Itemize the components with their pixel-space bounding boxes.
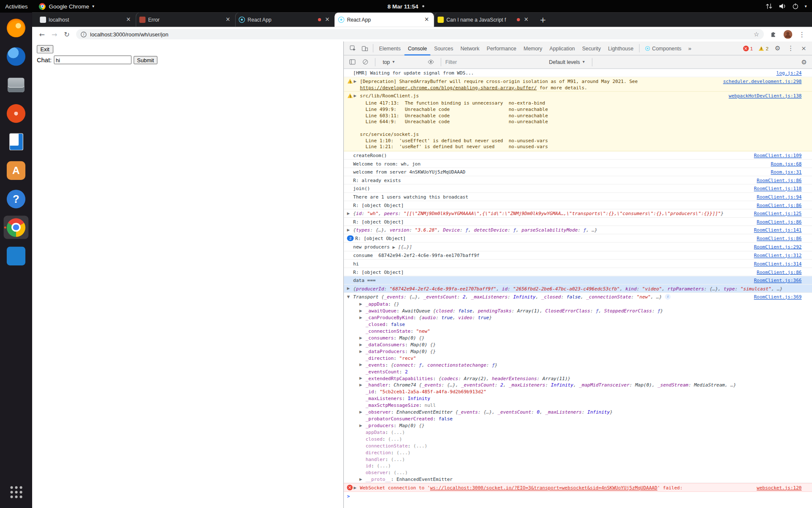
source-link[interactable]: RoomClient.js:86 xyxy=(751,218,802,225)
disclosure-triangle-icon[interactable]: ▶ xyxy=(347,227,353,233)
dock-item-chrome[interactable] xyxy=(4,215,29,239)
devtools-menu-icon[interactable]: ⋮ xyxy=(785,44,796,52)
source-link[interactable]: RoomClient.js:366 xyxy=(748,277,802,283)
log-levels-selector[interactable]: Default levels ▾ xyxy=(546,59,588,65)
reload-button[interactable]: ↻ xyxy=(61,30,72,38)
profile-avatar[interactable] xyxy=(781,30,795,39)
devtools-settings-icon[interactable]: ⚙ xyxy=(772,44,783,52)
source-link[interactable]: RoomClient.js:109 xyxy=(748,152,802,158)
devtools-tab-memory[interactable]: Memory xyxy=(520,41,546,55)
disclosure-triangle-icon[interactable]: ▼ xyxy=(347,294,353,300)
power-icon[interactable] xyxy=(792,3,798,9)
chat-input[interactable] xyxy=(54,55,132,64)
disclosure-triangle-icon[interactable]: ▶ xyxy=(359,308,366,314)
disclosure-triangle-icon[interactable]: ▶ xyxy=(359,341,366,348)
disclosure-triangle-icon[interactable]: ▶ xyxy=(359,348,366,354)
source-link[interactable]: RoomClient.js:86 xyxy=(751,235,802,241)
source-link[interactable]: RoomClient.js:125 xyxy=(748,210,802,217)
dock-item-rhythmbox[interactable] xyxy=(4,102,29,125)
bookmark-star-icon[interactable]: ☆ xyxy=(754,30,759,38)
source-link[interactable]: Room.jsx:31 xyxy=(765,169,802,175)
clear-console-icon[interactable] xyxy=(360,58,371,65)
dock-item-vscode[interactable] xyxy=(4,244,29,268)
devtools-tab-network[interactable]: Network xyxy=(457,41,483,55)
devtools-tab-elements[interactable]: Elements xyxy=(376,41,404,55)
source-link[interactable]: RoomClient.js:86 xyxy=(751,269,802,275)
console-sidebar-icon[interactable] xyxy=(347,58,358,65)
activities-button[interactable]: Activities xyxy=(5,3,27,9)
devtools-tab-sources[interactable]: Sources xyxy=(431,41,457,55)
disclosure-triangle-icon[interactable]: ▶ xyxy=(359,301,366,307)
tab-close-icon[interactable]: × xyxy=(423,16,430,23)
disclosure-triangle-icon[interactable]: ▶ xyxy=(359,375,366,381)
console-filter-input[interactable] xyxy=(445,59,544,65)
tab-close-icon[interactable]: × xyxy=(224,16,231,23)
disclosure-triangle-icon[interactable]: ▶ xyxy=(347,210,353,217)
back-button[interactable]: ← xyxy=(36,30,48,38)
more-tabs-icon[interactable]: » xyxy=(685,45,694,52)
browser-tab[interactable]: localhost× xyxy=(36,12,136,27)
dock-item-libreoffice[interactable] xyxy=(4,130,29,153)
source-link[interactable]: webpackHotDevClient.js:138 xyxy=(722,93,801,99)
source-link[interactable]: RoomClient.js:118 xyxy=(748,185,802,192)
source-link[interactable]: Room.jsx:68 xyxy=(765,160,802,167)
source-link[interactable]: RoomClient.js:94 xyxy=(751,193,802,200)
submit-button[interactable]: Submit xyxy=(134,56,158,64)
dock-item-help[interactable] xyxy=(4,187,29,210)
devtools-tab-application[interactable]: Application xyxy=(546,41,579,55)
device-toolbar-icon[interactable] xyxy=(359,45,371,52)
disclosure-triangle-icon[interactable]: ▶ xyxy=(359,476,366,483)
tab-close-icon[interactable]: × xyxy=(125,16,132,23)
source-link[interactable]: RoomClient.js:292 xyxy=(748,243,802,250)
disclosure-triangle-icon[interactable]: ▶ xyxy=(347,285,353,292)
devtools-tab-security[interactable]: Security xyxy=(579,41,604,55)
live-expression-eye-icon[interactable] xyxy=(425,58,436,65)
source-link[interactable]: RoomClient.js:369 xyxy=(748,294,802,300)
source-link[interactable]: RoomClient.js:314 xyxy=(748,260,802,267)
site-info-icon[interactable]: i xyxy=(81,31,86,37)
system-menu-chevron-icon[interactable]: ▾ xyxy=(805,4,807,8)
disclosure-triangle-icon[interactable]: ▶ xyxy=(359,382,366,388)
disclosure-triangle-icon[interactable]: ▶ xyxy=(354,93,360,99)
dock-item-firefox[interactable] xyxy=(4,16,29,39)
source-link[interactable]: websocket.js:120 xyxy=(751,484,802,491)
new-tab-button[interactable]: + xyxy=(533,15,552,25)
devtools-tab-performance[interactable]: Performance xyxy=(483,41,520,55)
source-link[interactable]: RoomClient.js:86 xyxy=(751,177,802,183)
dock-item-ubuntu-software[interactable] xyxy=(4,159,29,182)
disclosure-triangle-icon[interactable]: ▶ xyxy=(359,315,366,321)
network-icon[interactable] xyxy=(765,3,773,9)
forward-button[interactable]: → xyxy=(49,30,60,38)
devtools-tab-components[interactable]: Components xyxy=(642,41,685,55)
devtools-tab-lighthouse[interactable]: Lighthouse xyxy=(604,41,637,55)
disclosure-triangle-icon[interactable]: ▶ xyxy=(354,484,360,491)
javascript-context-selector[interactable]: top ▾ xyxy=(380,59,423,65)
source-link[interactable]: RoomClient.js:86 xyxy=(751,202,802,208)
browser-menu-icon[interactable]: ⋮ xyxy=(796,30,808,38)
tab-close-icon[interactable]: × xyxy=(523,16,530,23)
inspect-element-icon[interactable] xyxy=(347,45,359,52)
exit-button[interactable]: Exit xyxy=(37,45,53,54)
devtools-close-icon[interactable]: × xyxy=(798,44,809,52)
address-bar[interactable]: i localhost:3000/room/wh/user/jon ☆ xyxy=(76,29,764,39)
source-link[interactable]: RoomClient.js:141 xyxy=(748,227,802,233)
tab-close-icon[interactable]: × xyxy=(324,16,331,23)
source-link[interactable]: scheduler.development.js:298 xyxy=(717,78,801,84)
disclosure-triangle-icon[interactable]: ▶ xyxy=(359,422,366,428)
disclosure-triangle-icon[interactable]: ▶ xyxy=(359,334,366,341)
browser-tab[interactable]: Can I name a JavaScript f× xyxy=(434,12,533,27)
disclosure-triangle-icon[interactable]: ▶ xyxy=(354,78,360,84)
dock-item-files[interactable] xyxy=(4,73,29,97)
clock[interactable]: 8 Mar 11:54 xyxy=(387,3,424,9)
source-link[interactable]: RoomClient.js:312 xyxy=(748,252,802,259)
error-count-badge[interactable]: ×1 xyxy=(741,45,754,51)
browser-tab[interactable]: React App× xyxy=(335,12,434,27)
source-link[interactable]: log.js:24 xyxy=(770,70,801,76)
devtools-tab-console[interactable]: Console xyxy=(404,41,431,55)
app-menu[interactable]: Google Chrome ▾ xyxy=(39,3,94,10)
browser-tab[interactable]: Error× xyxy=(136,12,235,27)
extensions-icon[interactable] xyxy=(768,30,780,38)
warning-count-badge[interactable]: 2 xyxy=(757,45,770,51)
disclosure-triangle-icon[interactable]: ▶ xyxy=(359,362,366,368)
browser-tab[interactable]: React App× xyxy=(235,12,335,27)
